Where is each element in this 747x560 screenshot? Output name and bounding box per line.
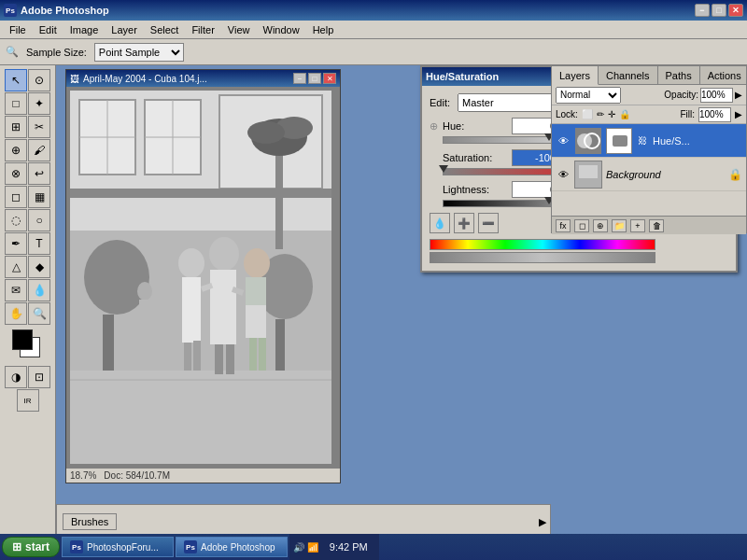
lock-transparent-icon[interactable]: ⬜ [582,109,593,119]
layer-item-background[interactable]: 👁 Background 🔒 [552,158,746,191]
crop-tool[interactable]: ⊞ [5,116,27,138]
fill-arrow[interactable]: ▶ [735,109,742,119]
layer-item-hue-sat[interactable]: 👁 ⛓ Hue/S... [552,124,746,158]
menu-view[interactable]: View [222,22,256,37]
svg-rect-27 [226,344,234,374]
canvas-area: 🖼 April-May 2004 - Cuba 104.j... − □ ✕ [56,65,747,539]
tab-actions[interactable]: Actions [700,66,747,84]
svg-rect-23 [193,341,201,371]
fill-label: Fill: [680,109,695,119]
layer-visibility-background[interactable]: 👁 [556,167,571,182]
brushes-tab[interactable]: Brushes [63,513,117,530]
type-tool[interactable]: T [28,232,50,255]
shape-tool[interactable]: ◆ [28,256,50,278]
windows-logo: ⊞ [12,540,21,553]
saturation-label: Saturation: [443,152,508,163]
lock-image-icon[interactable]: ✏ [597,109,604,119]
history-tool[interactable]: ↩ [28,162,50,185]
notes-tool[interactable]: ✉ [5,279,27,301]
sample-size-select[interactable]: Point Sample 3 by 3 Average 5 by 5 Avera… [94,43,184,62]
svg-point-35 [137,282,152,301]
lock-position-icon[interactable]: ✛ [608,109,615,119]
eyedropper-button[interactable]: 💧 [430,213,450,233]
opacity-control: Opacity: ▶ [664,88,742,103]
move-tool[interactable]: ↖ [5,69,27,91]
tab-channels[interactable]: Channels [599,66,657,84]
quick-mask-tool[interactable]: ◑ [5,366,27,388]
app-title: Adobe Photoshop [21,5,109,16]
doc-minimize-button[interactable]: − [293,73,306,84]
menu-select[interactable]: Select [145,22,185,37]
dodge-tool[interactable]: ○ [28,209,50,231]
slice-tool[interactable]: ✂ [28,116,50,138]
tab-paths[interactable]: Paths [658,66,700,84]
minimize-button[interactable]: − [695,4,710,17]
opacity-arrow[interactable]: ▶ [735,90,742,100]
foreground-color-swatch[interactable] [12,329,33,350]
menu-window[interactable]: Window [258,22,305,37]
eyedropper-add-button[interactable]: ➕ [454,213,474,233]
svg-rect-25 [210,270,236,344]
tab-layers[interactable]: Layers [552,66,599,85]
lasso-tool[interactable]: ⊙ [28,69,50,91]
pen-tool[interactable]: ✒ [5,232,27,255]
eyedropper-subtract-button[interactable]: ➖ [478,213,499,233]
healing-tool[interactable]: ⊕ [5,139,27,161]
fill-input[interactable] [698,107,731,122]
tool-row-5: ⊗ ↩ [5,162,50,185]
doc-maximize-button[interactable]: □ [308,73,321,84]
brushes-expand-icon[interactable]: ▶ [539,516,546,528]
svg-point-13 [247,121,285,144]
eyedropper-icon-tool[interactable]: 💧 [28,279,50,301]
menu-help[interactable]: Help [307,22,340,37]
menu-filter[interactable]: Filter [186,22,219,37]
doc-close-button[interactable]: ✕ [323,73,336,84]
gradient-tool[interactable]: ▦ [28,186,50,208]
svg-rect-32 [259,338,266,371]
menu-layer[interactable]: Layer [106,22,143,37]
start-button[interactable]: ⊞ start [2,537,60,557]
taskbar-item-photoshopforum[interactable]: Ps PhotoshopForu... [62,537,174,557]
eraser-tool[interactable]: ◻ [5,186,27,208]
svg-point-24 [209,237,239,271]
bg-thumb-svg [575,161,601,188]
tool-row-6: ◻ ▦ [5,186,50,208]
path-tool[interactable]: △ [5,256,27,278]
opacity-input[interactable] [700,88,733,103]
title-bar: Ps Adobe Photoshop − □ ✕ [0,0,747,21]
svg-rect-40 [613,135,627,147]
blend-mode-select[interactable]: Normal Multiply Screen [556,87,621,104]
layer-name-background: Background [606,169,725,180]
saturation-slider-thumb[interactable] [439,165,448,173]
menu-image[interactable]: Image [64,22,105,37]
layer-adjustment-button[interactable]: ⊕ [593,219,608,232]
layer-mask-button[interactable]: ◻ [574,219,589,232]
layer-visibility-hue-sat[interactable]: 👁 [556,133,571,148]
svg-rect-30 [246,277,266,305]
menu-file[interactable]: File [4,22,32,37]
doc-zoom: 18.7% [70,470,96,481]
brush-tool[interactable]: 🖌 [28,139,50,161]
magic-wand-tool[interactable]: ✦ [28,92,50,115]
taskbar-item-adobe-photoshop[interactable]: Ps Adobe Photoshop [176,537,288,557]
layer-fx-button[interactable]: fx [556,219,571,232]
blur-tool[interactable]: ◌ [5,209,27,231]
layer-thumb-hue-sat [574,127,602,155]
jump-to-imageready[interactable]: IR [17,389,39,412]
marquee-tool[interactable]: □ [5,92,27,115]
color-indicator[interactable] [12,329,44,361]
lock-all-icon[interactable]: 🔒 [619,109,630,119]
zoom-tool[interactable]: 🔍 [28,302,50,325]
delete-layer-button[interactable]: 🗑 [649,219,664,232]
close-button[interactable]: ✕ [728,4,743,17]
screen-mode-tool[interactable]: ⊡ [28,366,50,388]
layer-group-button[interactable]: 📁 [612,219,627,232]
doc-status-bar: 18.7% Doc: 584/10.7M [66,468,340,483]
menu-edit[interactable]: Edit [34,22,63,37]
layers-lock-row: Lock: ⬜ ✏ ✛ 🔒 Fill: ▶ [552,105,746,124]
taskbar-item-label-2: Adobe Photoshop [201,542,275,553]
hand-tool[interactable]: ✋ [5,302,27,325]
maximize-button[interactable]: □ [712,4,726,17]
clone-tool[interactable]: ⊗ [5,162,27,185]
new-layer-button[interactable]: + [630,219,645,232]
